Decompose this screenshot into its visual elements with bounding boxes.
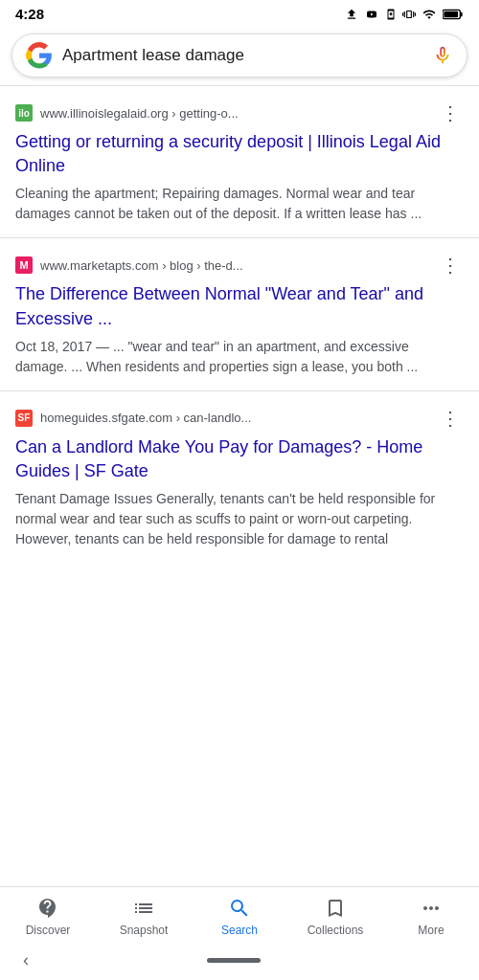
collections-icon: [324, 897, 347, 920]
nav-item-snapshot[interactable]: Snapshot: [96, 897, 192, 937]
nav-label-snapshot: Snapshot: [120, 924, 169, 937]
nav-label-discover: Discover: [26, 924, 71, 937]
result-snippet-1: Cleaning the apartment; Repairing damage…: [15, 184, 464, 224]
svg-rect-2: [444, 11, 458, 16]
search-nav-icon: [228, 897, 251, 920]
mic-icon[interactable]: [432, 45, 453, 66]
more-icon: [420, 897, 443, 920]
snapshot-icon: [132, 897, 155, 920]
wifi-icon: [422, 8, 437, 21]
phone-bottom-bar: ‹: [0, 943, 479, 980]
result-meta-left-2: M www.marketapts.com › blog › the-d...: [15, 256, 243, 274]
result-card-1: ilo www.illinoislegalaid.org › getting-o…: [0, 86, 479, 237]
result-meta-2: M www.marketapts.com › blog › the-d... ⋮: [15, 252, 464, 278]
status-bar: 4:28: [0, 0, 479, 26]
result-title-2[interactable]: The Difference Between Normal "Wear and …: [15, 282, 464, 330]
svg-rect-1: [461, 11, 463, 16]
result-snippet-3: Tenant Damage Issues Generally, tenants …: [15, 489, 464, 549]
google-logo: [26, 42, 53, 69]
battery-icon: [443, 9, 464, 20]
nav-item-search[interactable]: Search: [192, 897, 287, 937]
results-area: ilo www.illinoislegalaid.org › getting-o…: [0, 86, 479, 678]
vibrate-icon: [402, 7, 416, 22]
nav-items: Discover Snapshot Search Collections: [0, 887, 479, 943]
search-bar[interactable]: Apartment lease damage: [11, 33, 468, 78]
result-title-3[interactable]: Can a Landlord Make You Pay for Damages?…: [15, 435, 464, 483]
result-meta-left-3: SF homeguides.sfgate.com › can-landlo...: [15, 410, 251, 427]
result-url-1: www.illinoislegalaid.org › getting-o...: [40, 106, 239, 121]
result-url-2: www.marketapts.com › blog › the-d...: [40, 258, 243, 273]
status-time: 4:28: [15, 6, 44, 22]
result-meta-1: ilo www.illinoislegalaid.org › getting-o…: [15, 100, 464, 126]
nav-item-more[interactable]: More: [383, 897, 479, 937]
nav-label-more: More: [418, 924, 444, 937]
search-query-text[interactable]: Apartment lease damage: [62, 46, 432, 65]
home-pill[interactable]: [207, 958, 261, 963]
nav-item-collections[interactable]: Collections: [287, 897, 383, 937]
back-chevron-icon[interactable]: ‹: [23, 950, 29, 970]
result-card-2: M www.marketapts.com › blog › the-d... ⋮…: [0, 238, 479, 390]
bottom-nav: Discover Snapshot Search Collections: [0, 886, 479, 980]
discover-icon: [36, 897, 59, 920]
youtube-icon: [364, 9, 379, 20]
nav-label-search: Search: [221, 924, 258, 937]
nav-label-collections: Collections: [308, 924, 364, 937]
search-bar-container: Apartment lease damage: [0, 26, 479, 85]
favicon-2: M: [15, 256, 33, 274]
result-card-3: SF homeguides.sfgate.com › can-landlo...…: [0, 391, 479, 563]
result-meta-left-1: ilo www.illinoislegalaid.org › getting-o…: [15, 104, 239, 122]
result-more-button-1[interactable]: ⋮: [437, 100, 464, 126]
result-more-button-3[interactable]: ⋮: [437, 405, 464, 432]
result-more-button-2[interactable]: ⋮: [437, 252, 464, 278]
favicon-3: SF: [15, 410, 33, 427]
favicon-1: ilo: [15, 104, 33, 122]
result-meta-3: SF homeguides.sfgate.com › can-landlo...…: [15, 405, 464, 432]
phone-icon: [385, 7, 397, 22]
nav-item-discover[interactable]: Discover: [0, 897, 96, 937]
result-snippet-2: Oct 18, 2017 — ... "wear and tear" in an…: [15, 337, 464, 377]
result-url-3: homeguides.sfgate.com › can-landlo...: [40, 411, 251, 425]
status-icons: [345, 7, 464, 22]
result-title-1[interactable]: Getting or returning a security deposit …: [15, 130, 464, 178]
upload-icon: [345, 7, 358, 22]
